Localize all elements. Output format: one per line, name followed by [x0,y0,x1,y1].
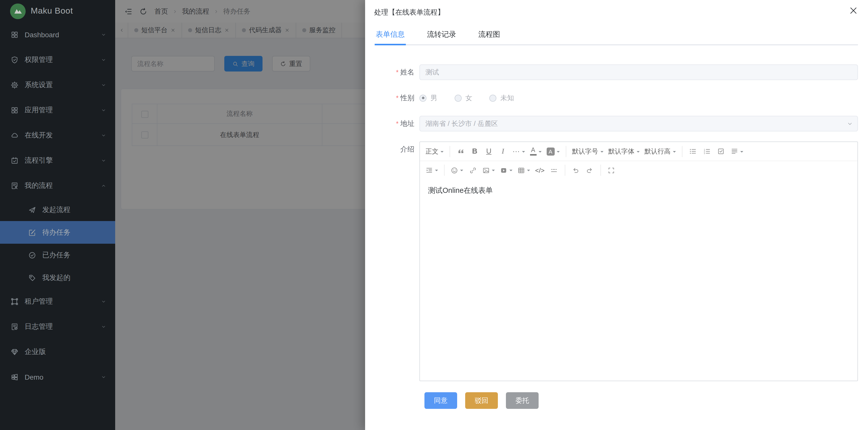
underline-button[interactable]: U [482,144,496,159]
font-size-dropdown[interactable]: 默认字号 [569,144,606,159]
page-tab-sms-log[interactable]: 短信日志 [182,23,236,38]
sidebar-item-tenant-management[interactable]: 租户管理 [0,289,115,314]
sidebar-item-demo[interactable]: Demo [0,365,115,390]
image-dropdown[interactable] [480,163,497,177]
sidebar-item-done-tasks[interactable]: 已办任务 [0,244,115,266]
tab-label: 短信日志 [195,26,221,35]
bg-color-dropdown[interactable]: A [544,144,562,159]
breadcrumb-section[interactable]: 我的流程 [182,7,209,16]
drawer-header: 处理【在线表单流程】 [365,0,868,17]
font-size-label: 默认字号 [572,147,598,156]
close-icon[interactable] [849,6,858,15]
row-checkbox[interactable] [141,132,148,139]
refresh-icon [280,61,286,67]
sidebar-item-label: 权限管理 [25,55,53,64]
toolbar-divider [444,165,444,176]
calendar-check-icon [10,156,19,165]
align-icon [731,147,738,155]
video-dropdown[interactable] [497,163,515,177]
font-color-dropdown[interactable]: A [527,144,544,159]
indent-dropdown[interactable] [423,163,440,177]
font-family-dropdown[interactable]: 默认字体 [606,144,642,159]
reset-button[interactable]: 重置 [272,56,310,71]
diamond-icon [10,348,19,356]
agree-button[interactable]: 同意 [425,392,457,409]
radio-unknown[interactable]: 未知 [489,93,514,103]
sidebar-item-label: Dashboard [25,31,59,39]
sidebar-item-start-process[interactable]: 发起流程 [0,198,115,221]
address-select[interactable]: 湖南省 / 长沙市 / 岳麓区 [420,116,858,132]
sidebar-item-dashboard[interactable]: Dashboard [0,22,115,47]
name-value: 测试 [426,68,439,77]
tab-dot-icon [134,28,138,32]
sidebar-item-my-process[interactable]: 我的流程 [0,173,115,198]
todo-list-button[interactable] [714,144,728,159]
select-all-checkbox[interactable] [141,111,148,118]
close-icon[interactable] [170,28,176,33]
process-name-input[interactable] [131,56,215,71]
page-tab-service-monitor[interactable]: 服务监控 [296,23,342,38]
divider-button[interactable] [547,163,561,177]
sidebar-item-label: 我的流程 [25,181,53,190]
refresh-icon[interactable] [139,7,147,16]
sidebar-item-system-settings[interactable]: 系统设置 [0,73,115,98]
undo-button[interactable] [569,163,583,177]
reject-button[interactable]: 驳回 [465,392,498,409]
close-icon[interactable] [224,28,229,33]
editor-content[interactable]: 测试Online在线表单 [420,179,858,381]
svg-text:3: 3 [704,152,705,154]
editor-toolbar-row2: </> [420,161,858,179]
link-button[interactable] [466,163,480,177]
toolbar-divider [565,165,565,176]
redo-button[interactable] [583,163,597,177]
more-styles-dropdown[interactable]: ··· [510,144,527,159]
sidebar-item-enterprise[interactable]: 企业版 [0,339,115,365]
tab-flow-records[interactable]: 流转记录 [427,24,456,44]
indent-icon [426,166,433,174]
close-icon[interactable] [285,28,290,33]
blockquote-button[interactable] [454,144,468,159]
paragraph-style-dropdown[interactable]: 正文 [423,144,446,159]
check-circle-icon [28,251,36,259]
sidebar-fold-icon[interactable] [124,7,132,16]
line-height-dropdown[interactable]: 默认行高 [642,144,678,159]
sidebar-item-todo-tasks[interactable]: 待办任务 [0,221,115,244]
bold-button[interactable]: B [468,144,482,159]
emoji-dropdown[interactable] [448,163,466,177]
fullscreen-button[interactable] [604,163,619,177]
line-height-label: 默认行高 [645,147,671,156]
caret-down-icon [527,170,530,173]
align-dropdown[interactable] [728,144,746,159]
bullet-list-button[interactable] [686,144,700,159]
numbered-list-button[interactable]: 123 [700,144,714,159]
sidebar-item-label: 待办任务 [42,228,70,237]
video-icon [500,166,507,174]
sidebar-item-log-management[interactable]: 日志管理 [0,314,115,339]
table-dropdown[interactable] [515,163,533,177]
code-button[interactable]: </> [533,163,547,177]
app-logo[interactable]: Maku Boot [0,0,115,22]
app-root: Maku Boot Dashboard 权限管理 系统设置 应用管理 [0,0,868,430]
query-button[interactable]: 查询 [224,56,262,71]
tab-flow-diagram[interactable]: 流程图 [478,24,500,44]
sidebar-item-permissions[interactable]: 权限管理 [0,47,115,73]
name-field[interactable]: 测试 [420,64,858,80]
sidebar-item-my-initiated[interactable]: 我发起的 [0,266,115,289]
tabs-scroll-left-button[interactable] [115,23,128,38]
tab-form-info[interactable]: 表单信息 [376,24,405,44]
header-checkbox-cell [132,104,157,124]
sidebar-item-online-dev[interactable]: 在线开发 [0,123,115,148]
sidebar-item-app-management[interactable]: 应用管理 [0,98,115,123]
more-label: ··· [513,148,520,155]
sidebar-item-process-engine[interactable]: 流程引擎 [0,148,115,173]
sidebar-item-label: 租户管理 [25,297,53,306]
breadcrumb-home[interactable]: 首页 [154,7,168,16]
delegate-button[interactable]: 委托 [506,392,538,409]
radio-male[interactable]: 男 [420,93,437,103]
italic-button[interactable]: I [496,144,510,159]
radio-dot-icon [454,94,461,102]
page-tab-sms-platform[interactable]: 短信平台 [128,23,182,38]
name-label: 姓名 [365,64,420,80]
radio-female[interactable]: 女 [454,93,472,103]
page-tab-code-generator[interactable]: 代码生成器 [236,23,296,38]
